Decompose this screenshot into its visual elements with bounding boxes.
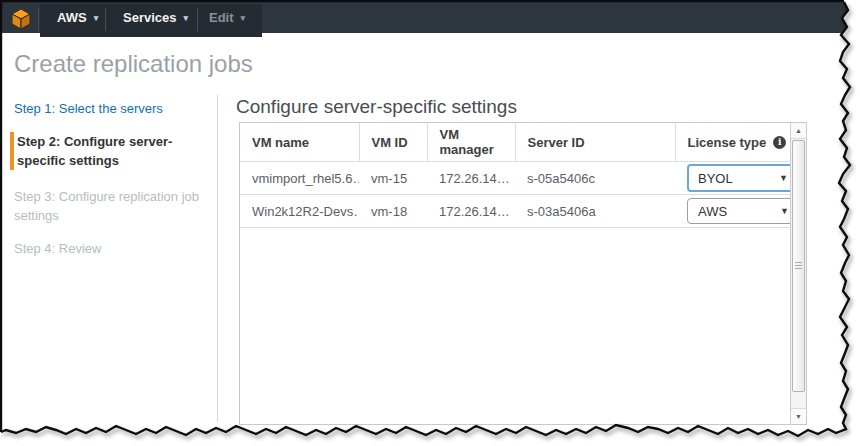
dropdown-caret-icon: ▼: [780, 206, 789, 216]
col-header-vm-name: VM name: [240, 123, 359, 162]
navbar-separator: [105, 8, 106, 31]
wizard-step-1[interactable]: Step 1: Select the servers: [14, 99, 200, 118]
wizard-step-4: Step 4: Review: [14, 239, 200, 258]
page-title: Create replication jobs: [14, 50, 253, 78]
cell-vm-id: vm-15: [359, 162, 427, 195]
wizard-step-2-current: Step 2: Configure server-specific settin…: [10, 132, 200, 170]
nav-menu-services-label: Services: [123, 10, 177, 25]
table-header-row: VM name VM ID VM manager Server ID Licen…: [240, 123, 791, 162]
cell-vm-name: vmimport_rhel5.6…: [240, 162, 359, 195]
scroll-down-icon[interactable]: ▼: [791, 408, 806, 424]
cell-vm-manager: 172.26.14…: [427, 195, 515, 228]
nav-menu-aws[interactable]: AWS ▾: [57, 2, 98, 33]
col-header-license-type-label: License type: [688, 135, 767, 150]
server-settings-table-container: VM name VM ID VM manager Server ID Licen…: [239, 122, 807, 425]
cell-vm-manager: 172.26.14…: [427, 162, 515, 195]
license-type-value: BYOL: [698, 171, 733, 186]
col-header-server-id: Server ID: [515, 123, 675, 162]
cell-server-id: s-05a5406c: [515, 162, 675, 195]
chevron-down-icon: ▾: [241, 13, 246, 23]
wizard-steps-sidebar: Step 1: Select the servers Step 2: Confi…: [14, 99, 200, 272]
server-settings-table: VM name VM ID VM manager Server ID Licen…: [240, 123, 791, 228]
sidebar-divider: [217, 95, 218, 422]
nav-menu-services[interactable]: Services ▾: [123, 2, 188, 33]
vertical-scrollbar[interactable]: ▲ ▼: [790, 123, 806, 424]
license-type-value: AWS: [698, 204, 727, 219]
license-type-dropdown[interactable]: BYOL ▼: [687, 164, 791, 192]
chevron-down-icon: ▾: [184, 13, 189, 23]
top-navbar: AWS ▾ Services ▾ Edit ▾: [2, 2, 860, 33]
cell-vm-id: vm-18: [359, 195, 427, 228]
table-row: Win2k12R2-Devs… vm-18 172.26.14… s-03a54…: [240, 195, 791, 228]
nav-menu-edit: Edit ▾: [209, 2, 245, 33]
col-header-vm-id: VM ID: [359, 123, 427, 162]
cell-license-type: BYOL ▼: [675, 162, 791, 195]
nav-menu-edit-label: Edit: [209, 10, 234, 25]
table-row: vmimport_rhel5.6… vm-15 172.26.14… s-05a…: [240, 162, 791, 195]
nav-menu-aws-label: AWS: [57, 10, 87, 25]
license-type-dropdown[interactable]: AWS ▼: [687, 198, 791, 224]
cell-vm-name: Win2k12R2-Devs…: [240, 195, 359, 228]
scroll-up-icon[interactable]: ▲: [791, 123, 806, 139]
navbar-separator: [197, 8, 198, 31]
screenshot-frame: AWS ▾ Services ▾ Edit ▾ Create replicati…: [0, 0, 860, 446]
section-heading: Configure server-specific settings: [236, 96, 517, 118]
wizard-step-3: Step 3: Configure replication job settin…: [14, 187, 200, 225]
cell-license-type: AWS ▼: [675, 195, 791, 228]
col-header-license-type: License type i: [675, 123, 791, 162]
dropdown-caret-icon: ▼: [779, 173, 788, 183]
col-header-vm-manager: VM manager: [427, 123, 515, 162]
scrollbar-grip: [795, 262, 802, 270]
aws-cube-icon[interactable]: [10, 8, 32, 30]
chevron-down-icon: ▾: [94, 13, 99, 23]
cell-server-id: s-03a5406a: [515, 195, 675, 228]
scrollbar-thumb[interactable]: [792, 140, 805, 392]
navbar-separator: [38, 8, 39, 31]
info-icon[interactable]: i: [773, 136, 786, 149]
